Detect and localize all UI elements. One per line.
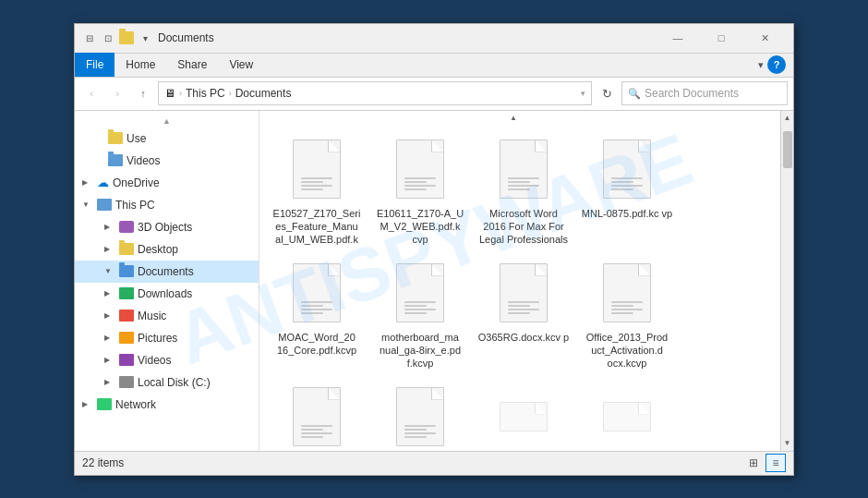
list-view-button[interactable]: ≡ (766, 454, 786, 472)
sidebar-label: Music (138, 310, 166, 322)
menu-view[interactable]: View (218, 53, 264, 77)
search-box[interactable]: 🔍 Search Documents (621, 81, 788, 105)
doc-line (301, 425, 332, 427)
doc-line (404, 185, 436, 187)
sidebar-item-desktop[interactable]: ▶ Desktop (75, 238, 259, 261)
vertical-scrollbar[interactable]: ▲ ▼ (780, 111, 793, 451)
doc-lines (301, 301, 332, 316)
close-button[interactable]: ✕ (743, 23, 786, 53)
sidebar-item-use[interactable]: Use (75, 128, 259, 150)
file-icon-wrap (287, 135, 346, 203)
path-documents[interactable]: Documents (235, 87, 292, 100)
file-item[interactable]: O365RG.docx.kcv p (474, 253, 573, 373)
sidebar-item-3dobjects[interactable]: ▶ 3D Objects (75, 216, 259, 238)
minimize-button[interactable]: — (657, 23, 699, 53)
sidebar-scroll-up[interactable]: ▲ (75, 115, 259, 128)
file-item[interactable]: MNL-0875.pdf.kc vp (577, 129, 677, 249)
path-dropdown-icon[interactable]: ▾ (581, 89, 585, 98)
help-button[interactable]: ? (767, 55, 786, 74)
sidebar-item-videos[interactable]: ▶ Videos (75, 349, 259, 371)
status-bar: 22 items ⊞ ≡ (75, 451, 793, 475)
window-controls: — □ ✕ (657, 23, 786, 53)
doc-icon (396, 263, 444, 322)
file-name: E10611_Z170-A_U M_V2_WEB.pdf.k cvp (374, 207, 466, 246)
forward-button[interactable]: › (106, 82, 128, 104)
scroll-up-arrow[interactable]: ▲ (781, 111, 794, 126)
scroll-thumb[interactable] (783, 131, 792, 168)
doc-line (508, 301, 539, 303)
file-item[interactable] (577, 377, 677, 451)
title-bar-icon1[interactable]: ⊟ (82, 30, 97, 45)
scroll-track (781, 126, 793, 436)
sidebar-item-documents[interactable]: ▼ Documents (75, 261, 259, 283)
file-name: MNL-0875.pdf.kc vp (582, 207, 672, 220)
sidebar-label: 3D Objects (138, 221, 192, 234)
file-icon-wrap (391, 135, 450, 203)
doc-line (611, 301, 643, 303)
file-icon-wrap (287, 383, 346, 451)
search-icon: 🔍 (628, 88, 641, 100)
sidebar-item-pictures[interactable]: ▶ Pictures (75, 327, 259, 349)
file-item[interactable]: E10611_Z170-A_U M_V2_WEB.pdf.k cvp (370, 129, 470, 249)
pictures-icon (119, 332, 134, 344)
doc-line (404, 436, 427, 438)
expand-icon: ▼ (82, 200, 93, 209)
scroll-up-indicator[interactable]: ▲ (259, 111, 767, 126)
title-bar-dropdown[interactable]: ▾ (138, 30, 152, 45)
file-name: MOAC_Word_20 16_Core.pdf.kcvp (271, 331, 363, 358)
doc-line (611, 305, 633, 307)
file-item[interactable]: Open_Compute_ Project_FB_Server _Intel_M… (267, 377, 367, 451)
file-item[interactable] (474, 377, 573, 451)
file-item[interactable]: MOAC_Word_20 16_Core.pdf.kcvp (267, 253, 367, 373)
file-name: motherboard_ma nual_ga-8irx_e.pd f.kcvp (374, 331, 466, 370)
file-item[interactable]: E10527_Z170_Seri es_Feature_Manu al_UM_W… (267, 129, 367, 249)
sidebar-item-downloads[interactable]: ▶ Downloads (75, 283, 259, 305)
doc-line (508, 185, 539, 187)
file-item[interactable]: Office_2013_Prod uct_Activation.d ocx.kc… (577, 253, 677, 373)
file-item[interactable]: Overview of analytical steps.docx.kcvp (370, 377, 470, 451)
doc-line (404, 177, 436, 179)
doc-icon (500, 402, 548, 431)
address-path[interactable]: 🖥 › This PC › Documents ▾ (158, 81, 592, 105)
file-icon-wrap (287, 259, 346, 327)
scroll-down-arrow[interactable]: ▼ (781, 436, 794, 451)
menu-home[interactable]: Home (115, 53, 166, 77)
up-button[interactable]: ↑ (132, 82, 154, 104)
sidebar-item-localdisk[interactable]: ▶ Local Disk (C:) (75, 371, 259, 394)
sidebar-label: Videos (127, 154, 160, 167)
doc-icon (603, 140, 651, 199)
file-name: O365RG.docx.kcv p (478, 331, 569, 344)
menu-share[interactable]: Share (166, 53, 218, 77)
doc-line (508, 181, 530, 183)
path-thispc[interactable]: This PC (186, 87, 225, 100)
file-item[interactable]: Microsoft Word 2016 For Max For Legal Pr… (474, 129, 573, 249)
sidebar-item-videos-top[interactable]: Videos (75, 150, 259, 172)
expand-icon: ▶ (104, 289, 115, 298)
file-icon-wrap (391, 259, 450, 327)
file-icon-wrap (494, 259, 553, 327)
file-icon-wrap (494, 135, 553, 203)
icon-view-button[interactable]: ⊞ (743, 454, 764, 472)
sidebar-item-network[interactable]: ▶ Network (75, 394, 259, 416)
maximize-button[interactable]: □ (700, 23, 742, 53)
videos-icon (119, 354, 134, 366)
doc-line (611, 312, 633, 314)
back-button[interactable]: ‹ (80, 82, 102, 104)
sidebar-item-music[interactable]: ▶ Music (75, 305, 259, 327)
sidebar-item-thispc[interactable]: ▼ This PC (75, 194, 259, 216)
sidebar-item-onedrive[interactable]: ▶ ☁ OneDrive (75, 172, 259, 194)
doc-line (404, 429, 427, 431)
title-bar-icon2[interactable]: ⊡ (101, 30, 115, 45)
menu-file[interactable]: File (75, 53, 115, 77)
chevron-down-icon[interactable]: ▾ (758, 59, 764, 71)
download-icon (119, 287, 134, 299)
disk-icon (119, 376, 134, 388)
title-folder-icon (119, 31, 134, 44)
file-name: E10527_Z170_Seri es_Feature_Manu al_UM_W… (271, 207, 363, 246)
sidebar-label: Documents (138, 265, 194, 278)
doc-icon (603, 263, 651, 322)
file-item[interactable]: motherboard_ma nual_ga-8irx_e.pd f.kcvp (370, 253, 470, 373)
doc-icon (500, 263, 548, 322)
refresh-button[interactable]: ↻ (596, 82, 618, 104)
expand-icon: ▶ (104, 223, 115, 231)
